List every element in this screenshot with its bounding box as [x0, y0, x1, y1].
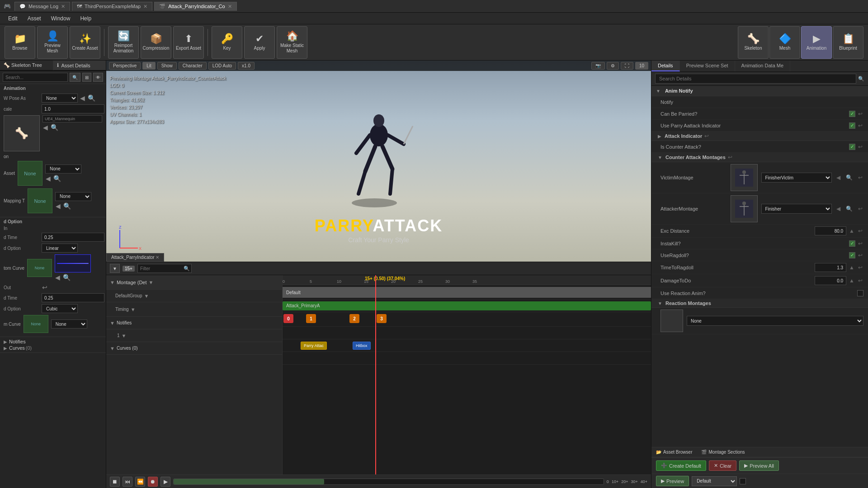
damage-todo-input[interactable] [815, 276, 846, 285]
damage-todo-inc[interactable]: ▲ [848, 277, 855, 284]
victim-montage-search[interactable]: 🔍 [845, 174, 854, 181]
asset-browser-btn[interactable]: 📂 Asset Browser [651, 447, 697, 457]
attacker-montage-arrow[interactable]: ◀ [835, 206, 841, 212]
insta-kill-checkbox[interactable] [849, 240, 855, 247]
compression-button[interactable]: 📦 Compression [141, 26, 171, 59]
attacker-montage-reset[interactable]: ↩ [857, 206, 863, 212]
make-static-mesh-button[interactable]: 🏠 Make Static Mesh [277, 26, 307, 59]
fullscreen-btn[interactable]: ⛶ [621, 62, 633, 70]
playback-progress-bar[interactable] [173, 479, 604, 485]
use-parry-checkbox[interactable] [849, 122, 855, 129]
lod-btn[interactable]: LOD Auto [208, 62, 236, 70]
step-back-btn[interactable]: ⏪ [135, 477, 145, 487]
browse-button[interactable]: 📁 Browse [5, 26, 35, 59]
asset-search-btn[interactable]: 🔍 [53, 174, 61, 183]
skeleton-tree-tab[interactable]: 🦴 Skeleton Tree [0, 61, 53, 70]
mapping-select[interactable]: None [55, 192, 91, 201]
search-btn[interactable]: 🔍 [70, 73, 80, 82]
montage-det-arrow[interactable]: ▼ [149, 280, 154, 285]
attacker-montage-search[interactable]: 🔍 [845, 206, 854, 212]
settings-btn[interactable]: ⚙ [607, 62, 619, 70]
skeleton-arrow-btn[interactable]: ◀ [42, 123, 48, 131]
details-search-input[interactable] [655, 74, 856, 84]
create-default-btn[interactable]: ➕ Create Default [656, 460, 706, 471]
apply-button[interactable]: ✔ Apply [244, 26, 275, 59]
blend-in-time-input[interactable] [42, 233, 104, 242]
show-btn[interactable]: Show [157, 62, 177, 70]
time-to-ragdoll-reset[interactable]: ↩ [857, 264, 863, 271]
mesh-button[interactable]: 🔷 Mesh [769, 26, 800, 59]
skeleton-button[interactable]: 🦴 Skeleton [738, 26, 769, 59]
montage-sections-btn[interactable]: 🎬 Montage Sections [697, 447, 749, 457]
exc-distance-input[interactable] [815, 226, 846, 235]
reaction-montage-select[interactable]: None [687, 316, 863, 326]
blend-in-select[interactable]: Linear Cubic [42, 244, 78, 253]
attacker-montage-select[interactable]: Finisher [761, 204, 832, 214]
curves-expand[interactable]: ▼ [110, 346, 115, 351]
close-tab-btn[interactable]: ✕ [143, 4, 147, 9]
menu-help[interactable]: Help [75, 14, 96, 23]
tab-third-person-map[interactable]: 🗺 ThirdPersonExampleMap ✕ [72, 2, 152, 11]
can-be-parried-reset[interactable]: ↩ [857, 111, 863, 117]
reimport-button[interactable]: 🔄 Reimport Animation [108, 26, 139, 59]
hitbox-notify[interactable]: Hitbox [353, 342, 371, 350]
stop-btn[interactable]: ⏹ [110, 477, 120, 487]
camera-btn[interactable]: 📷 [591, 62, 605, 70]
zoom-btn[interactable]: x1.0 [238, 62, 255, 70]
anim-data-tab[interactable]: Animation Data Me [735, 61, 791, 71]
menu-window[interactable]: Window [47, 14, 75, 23]
perspective-btn[interactable]: Perspective [109, 62, 141, 70]
skeleton-search-btn[interactable]: 🔍 [50, 123, 59, 131]
can-be-parried-checkbox[interactable] [849, 111, 855, 117]
victim-montage-select[interactable]: FinisherVictim [761, 173, 832, 183]
asset-details-tab[interactable]: ℹ Asset Details [53, 61, 106, 70]
time-to-ragdoll-inc[interactable]: ▲ [848, 264, 855, 271]
search-small-btn[interactable]: 🔍 [87, 94, 96, 102]
details-tab[interactable]: Details [651, 61, 680, 71]
record-btn[interactable]: ⏺ [148, 477, 158, 487]
right-panel-scroll[interactable]: ▼ Anim Notify Notify Can Be Parried? ↩ U… [651, 86, 868, 447]
export-asset-button[interactable]: ⬆ Export Asset [173, 26, 204, 59]
default-group-arrow[interactable]: ▼ [144, 293, 149, 299]
exc-distance-reset[interactable]: ↩ [857, 228, 863, 234]
viewport-asset-tab[interactable]: Attack_ParryIndicator ✕ [106, 253, 164, 262]
victim-montage-arrow[interactable]: ◀ [835, 174, 841, 181]
parry-attack-notify[interactable]: Parry Attac [301, 342, 327, 350]
lit-btn[interactable]: Lit [142, 62, 156, 70]
create-asset-button[interactable]: ✨ Create Asset [70, 26, 100, 59]
playhead[interactable] [375, 275, 376, 285]
tab-message-log[interactable]: 💬 Message Log ✕ [14, 2, 70, 11]
attack-indicator-reset[interactable]: ↩ [703, 133, 710, 139]
animation-button[interactable]: ▶ Animation [801, 26, 832, 59]
character-btn[interactable]: Character [179, 62, 207, 70]
use-ragdoll-checkbox[interactable] [849, 252, 855, 258]
notifies-expand[interactable]: ▼ [110, 320, 115, 326]
blend-pose-select[interactable]: None [42, 94, 78, 103]
victim-montage-reset[interactable]: ↩ [857, 174, 863, 181]
blueprint-button[interactable]: 📋 Blueprint [833, 26, 863, 59]
use-parry-reset[interactable]: ↩ [857, 122, 863, 129]
blend-out-select[interactable]: Cubic Linear [42, 304, 78, 313]
tl-toggle-btn[interactable]: ▼ [110, 264, 120, 273]
counter-montages-reset[interactable]: ↩ [727, 154, 733, 160]
curve-arrow-btn[interactable]: ◀ [55, 273, 61, 282]
grid-view-btn[interactable]: ⊞ [82, 73, 91, 82]
blend-out-time-input[interactable] [42, 293, 104, 302]
anim-notify-header[interactable]: ▼ Anim Notify [651, 86, 868, 96]
timing-arrow[interactable]: ▼ [131, 307, 136, 312]
preview-section-select[interactable]: Default [692, 476, 737, 486]
eye-btn[interactable]: 👁 [93, 73, 103, 82]
preview-scene-tab[interactable]: Preview Scene Set [680, 61, 735, 71]
mapping-search-btn[interactable]: 🔍 [63, 202, 71, 210]
notifies-sub-arrow[interactable]: ▼ [122, 333, 127, 338]
asset-select[interactable]: None [45, 164, 81, 174]
insta-kill-reset[interactable]: ↩ [857, 240, 863, 247]
m-curve-select[interactable]: None [51, 319, 87, 328]
montage-expand[interactable]: ▼ [110, 280, 115, 285]
preview-btn[interactable]: ▶ Preview [656, 476, 689, 486]
close-tab-btn[interactable]: ✕ [228, 4, 232, 9]
exc-distance-inc[interactable]: ▲ [848, 228, 855, 234]
search-details-input[interactable] [3, 73, 68, 82]
timeline-filter-input[interactable] [137, 264, 192, 273]
key-button[interactable]: 🔑 Key [212, 26, 242, 59]
